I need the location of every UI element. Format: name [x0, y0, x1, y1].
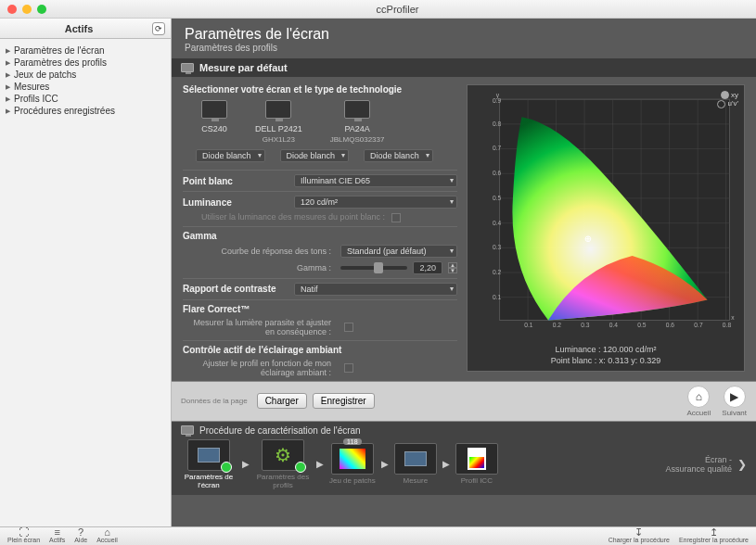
bottom-toolbar: ⛶Plein écran≡Actifs?Aide⌂Accueil ↧Charge…	[0, 526, 756, 545]
tone-curve-label: Courbe de réponse des tons :	[183, 247, 331, 256]
svg-text:0.3: 0.3	[493, 244, 502, 250]
svg-text:x: x	[731, 314, 735, 321]
pagedata-label: Données de la page	[181, 397, 248, 405]
svg-text:0.5: 0.5	[493, 195, 502, 201]
home-button[interactable]: ⌂	[687, 386, 710, 408]
sidebar-item[interactable]: Jeux de patchs	[4, 69, 167, 81]
monitor-item[interactable]: CS240	[201, 100, 227, 144]
workflow-step[interactable]: 118Jeu de patchs	[329, 443, 376, 485]
workflow-step[interactable]: Paramètres de l'écran	[181, 439, 237, 489]
refresh-icon[interactable]: ⟳	[152, 22, 165, 35]
workflow-extra-label: Écran - Assurance qualité	[665, 455, 732, 474]
monitor-icon	[181, 63, 194, 72]
monitor-tech-select[interactable]: Diode blanch	[364, 149, 433, 162]
arrow-icon: ▶	[442, 459, 450, 469]
main-panel: Paramètres de l'écran Paramètres des pro…	[172, 19, 756, 526]
page-subtitle: Paramètres des profils	[185, 43, 743, 53]
ambient-checkbox[interactable]	[344, 363, 353, 373]
svg-text:0.8: 0.8	[493, 120, 502, 127]
arrow-icon: ▶	[242, 459, 250, 469]
toolbar-button[interactable]: ⛶Plein écran	[7, 527, 40, 543]
monitor-item[interactable]: DELL P2421GHX1L23	[255, 100, 302, 144]
contrast-select[interactable]: Natif	[294, 283, 457, 296]
section-title: Mesure par défaut	[199, 62, 288, 73]
monitor-icon	[201, 100, 227, 119]
gamma-value-label: Gamma :	[183, 263, 331, 272]
sidebar-item[interactable]: Profils ICC	[4, 93, 167, 105]
sidebar: Actifs ⟳ Paramètres de l'écranParamètres…	[0, 19, 172, 526]
svg-text:0.7: 0.7	[493, 145, 502, 151]
sidebar-item[interactable]: Paramètres des profils	[4, 57, 167, 69]
ambient-check-label: Ajuster le profil en fonction de mon écl…	[183, 359, 331, 377]
luminance-label: Luminance	[183, 197, 285, 208]
toolbar-button[interactable]: ?Aide	[74, 527, 87, 543]
monitor-icon	[265, 100, 291, 119]
toolbar-button[interactable]: ≡Actifs	[49, 527, 65, 543]
sidebar-header: Actifs ⟳	[0, 19, 171, 39]
traffic-lights	[7, 5, 46, 14]
sidebar-item[interactable]: Procédures enregistrées	[4, 105, 167, 117]
sidebar-header-label: Actifs	[6, 23, 152, 34]
section-header: Mesure par défaut	[172, 58, 756, 77]
gamma-slider[interactable]	[340, 266, 407, 270]
gamma-stepper[interactable]: ▲▼	[448, 262, 457, 273]
svg-text:0.1: 0.1	[524, 322, 533, 328]
tone-curve-select[interactable]: Standard (par défaut)	[340, 245, 457, 258]
gamma-label: Gamma	[183, 231, 285, 241]
page-title: Paramètres de l'écran	[185, 26, 743, 43]
check-icon	[221, 462, 232, 473]
workflow-step[interactable]: Profil ICC	[455, 443, 498, 485]
whitepoint-select[interactable]: Illuminant CIE D65	[294, 174, 457, 187]
svg-text:0.7: 0.7	[694, 322, 703, 328]
workflow-title: Procédure de caractérisation de l'écran	[199, 425, 361, 436]
next-button[interactable]: ▶	[724, 386, 746, 408]
svg-text:0.6: 0.6	[666, 322, 675, 328]
svg-text:0.4: 0.4	[609, 322, 619, 328]
monitor-tech-select[interactable]: Diode blanch	[196, 149, 265, 162]
minimize-icon[interactable]	[22, 5, 32, 14]
flare-check-label: Mesurer la lumière parasite et ajuster e…	[183, 318, 331, 336]
svg-text:0.6: 0.6	[493, 170, 502, 176]
workflow-step[interactable]: Mesure	[394, 443, 437, 485]
gamut-whitepoint-label: Point blanc : x: 0.313 y: 0.329	[473, 356, 738, 365]
toolbar-button[interactable]: ↥Enregistrer la procédure	[679, 527, 749, 543]
workflow-panel: Procédure de caractérisation de l'écran …	[172, 422, 756, 495]
chevron-right-icon[interactable]: ❯	[737, 458, 747, 471]
maximize-icon[interactable]	[37, 5, 46, 14]
toolbar-button[interactable]: ⌂Accueil	[96, 527, 118, 543]
gamut-chart: xy u'v'	[467, 84, 745, 372]
action-bar: Données de la page Charger Enregistrer ⌂…	[172, 381, 756, 422]
monitor-icon	[344, 100, 370, 119]
svg-text:0.3: 0.3	[581, 322, 590, 328]
load-button[interactable]: Charger	[257, 393, 307, 409]
contrast-label: Rapport de contraste	[183, 284, 285, 294]
monitor-tech-select[interactable]: Diode blanch	[280, 149, 350, 162]
luminance-checkbox[interactable]	[391, 213, 401, 222]
close-icon[interactable]	[7, 5, 17, 14]
sidebar-item[interactable]: Mesures	[4, 81, 167, 93]
ambient-label: Contrôle actif de l'éclairage ambiant	[183, 345, 341, 355]
toolbar-button[interactable]: ↧Charger la procédure	[609, 527, 670, 543]
whitepoint-label: Point blanc	[183, 176, 285, 186]
flare-label: Flare Correct™	[183, 304, 285, 314]
select-display-label: Sélectionner votre écran et le type de t…	[183, 84, 457, 95]
gamut-coord-toggle[interactable]: xy u'v'	[717, 91, 738, 108]
check-icon	[295, 462, 306, 473]
save-button[interactable]: Enregistrer	[313, 393, 375, 409]
luminance-select[interactable]: 120 cd/m²	[294, 196, 457, 209]
monitor-item[interactable]: PA24AJBLMQS032337	[330, 100, 385, 144]
svg-text:0.2: 0.2	[493, 269, 502, 275]
monitor-icon	[181, 425, 194, 435]
gamma-value: 2,20	[413, 261, 442, 274]
arrow-icon: ▶	[316, 459, 324, 469]
flare-checkbox[interactable]	[344, 323, 353, 332]
svg-text:0.5: 0.5	[637, 322, 647, 328]
sidebar-item[interactable]: Paramètres de l'écran	[4, 44, 167, 57]
gamut-luminance-label: Luminance : 120.000 cd/m²	[473, 345, 738, 354]
svg-text:0.1: 0.1	[493, 294, 502, 300]
window-titlebar: ccProfiler	[0, 0, 756, 19]
workflow-step[interactable]: ⚙Paramètres des profils	[255, 439, 311, 489]
gamut-svg: 0.10.20.30.40.50.60.70.80.9 0.10.20.30.4…	[473, 91, 738, 341]
window-title: ccProfiler	[46, 4, 749, 15]
arrow-icon: ▶	[381, 459, 389, 469]
